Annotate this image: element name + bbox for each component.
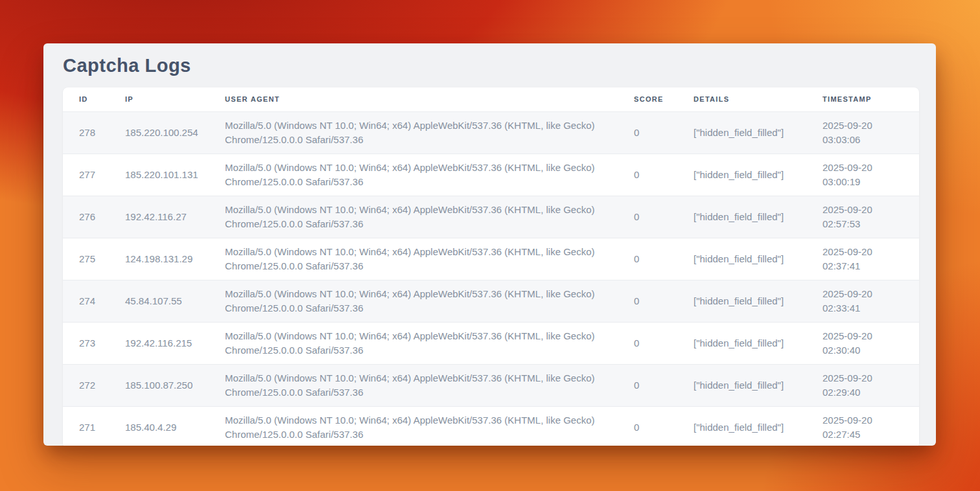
cell-id: 276 bbox=[63, 196, 109, 238]
cell-id: 277 bbox=[63, 154, 109, 196]
column-header-id: ID bbox=[63, 87, 109, 111]
table-row: 27445.84.107.55Mozilla/5.0 (Windows NT 1… bbox=[63, 280, 919, 322]
cell-id: 272 bbox=[63, 364, 109, 406]
column-header-timestamp: TIMESTAMP bbox=[806, 87, 919, 111]
cell-timestamp: 2025-09-20 03:03:06 bbox=[806, 111, 919, 154]
cell-ip: 124.198.131.29 bbox=[109, 238, 209, 280]
page-background: { "page_title": "Captcha Logs", "colors"… bbox=[0, 0, 980, 491]
cell-score: 0 bbox=[618, 364, 677, 406]
cell-ip: 192.42.116.215 bbox=[109, 322, 209, 364]
cell-ip: 192.42.116.27 bbox=[109, 196, 209, 238]
cell-details: ["hidden_field_filled"] bbox=[677, 154, 806, 196]
cell-details: ["hidden_field_filled"] bbox=[677, 322, 806, 364]
table-row: 277185.220.101.131Mozilla/5.0 (Windows N… bbox=[63, 154, 919, 196]
cell-details: ["hidden_field_filled"] bbox=[677, 111, 806, 154]
cell-timestamp: 2025-09-20 02:29:40 bbox=[806, 364, 919, 406]
cell-id: 271 bbox=[63, 406, 109, 446]
cell-timestamp: 2025-09-20 03:00:19 bbox=[806, 154, 919, 196]
cell-timestamp: 2025-09-20 02:37:41 bbox=[806, 238, 919, 280]
cell-user_agent: Mozilla/5.0 (Windows NT 10.0; Win64; x64… bbox=[209, 322, 618, 364]
cell-id: 278 bbox=[63, 111, 109, 154]
column-header-score: SCORE bbox=[618, 87, 677, 111]
cell-user_agent: Mozilla/5.0 (Windows NT 10.0; Win64; x64… bbox=[209, 406, 618, 446]
table-row: 275124.198.131.29Mozilla/5.0 (Windows NT… bbox=[63, 238, 919, 280]
cell-score: 0 bbox=[618, 196, 677, 238]
cell-details: ["hidden_field_filled"] bbox=[677, 364, 806, 406]
cell-score: 0 bbox=[618, 111, 677, 154]
cell-id: 273 bbox=[63, 322, 109, 364]
table-row: 276192.42.116.27Mozilla/5.0 (Windows NT … bbox=[63, 196, 919, 238]
cell-id: 275 bbox=[63, 238, 109, 280]
cell-ip: 45.84.107.55 bbox=[109, 280, 209, 322]
table-row: 273192.42.116.215Mozilla/5.0 (Windows NT… bbox=[63, 322, 919, 364]
cell-details: ["hidden_field_filled"] bbox=[677, 280, 806, 322]
column-header-ip: IP bbox=[109, 87, 209, 111]
table-header-row: IDIPUSER AGENTSCOREDETAILSTIMESTAMP bbox=[63, 87, 919, 111]
cell-user_agent: Mozilla/5.0 (Windows NT 10.0; Win64; x64… bbox=[209, 196, 618, 238]
logs-table: IDIPUSER AGENTSCOREDETAILSTIMESTAMP 2781… bbox=[63, 87, 919, 446]
cell-timestamp: 2025-09-20 02:30:40 bbox=[806, 322, 919, 364]
cell-user_agent: Mozilla/5.0 (Windows NT 10.0; Win64; x64… bbox=[209, 280, 618, 322]
column-header-details: DETAILS bbox=[677, 87, 806, 111]
cell-timestamp: 2025-09-20 02:27:45 bbox=[806, 406, 919, 446]
captcha-logs-card: Captcha Logs IDIPUSER AGENTSCOREDETAILST… bbox=[43, 43, 936, 446]
cell-score: 0 bbox=[618, 238, 677, 280]
cell-timestamp: 2025-09-20 02:57:53 bbox=[806, 196, 919, 238]
cell-id: 274 bbox=[63, 280, 109, 322]
logs-table-container: IDIPUSER AGENTSCOREDETAILSTIMESTAMP 2781… bbox=[63, 87, 919, 446]
cell-score: 0 bbox=[618, 406, 677, 446]
cell-score: 0 bbox=[618, 280, 677, 322]
cell-ip: 185.220.101.131 bbox=[109, 154, 209, 196]
cell-details: ["hidden_field_filled"] bbox=[677, 406, 806, 446]
cell-user_agent: Mozilla/5.0 (Windows NT 10.0; Win64; x64… bbox=[209, 364, 618, 406]
page-title: Captcha Logs bbox=[63, 55, 919, 76]
table-row: 271185.40.4.29Mozilla/5.0 (Windows NT 10… bbox=[63, 406, 919, 446]
cell-score: 0 bbox=[618, 322, 677, 364]
cell-timestamp: 2025-09-20 02:33:41 bbox=[806, 280, 919, 322]
column-header-user_agent: USER AGENT bbox=[209, 87, 618, 111]
table-row: 278185.220.100.254Mozilla/5.0 (Windows N… bbox=[63, 111, 919, 154]
cell-details: ["hidden_field_filled"] bbox=[677, 238, 806, 280]
cell-ip: 185.100.87.250 bbox=[109, 364, 209, 406]
cell-user_agent: Mozilla/5.0 (Windows NT 10.0; Win64; x64… bbox=[209, 154, 618, 196]
cell-details: ["hidden_field_filled"] bbox=[677, 196, 806, 238]
table-row: 272185.100.87.250Mozilla/5.0 (Windows NT… bbox=[63, 364, 919, 406]
cell-user_agent: Mozilla/5.0 (Windows NT 10.0; Win64; x64… bbox=[209, 111, 618, 154]
cell-ip: 185.40.4.29 bbox=[109, 406, 209, 446]
cell-ip: 185.220.100.254 bbox=[109, 111, 209, 154]
cell-score: 0 bbox=[618, 154, 677, 196]
cell-user_agent: Mozilla/5.0 (Windows NT 10.0; Win64; x64… bbox=[209, 238, 618, 280]
